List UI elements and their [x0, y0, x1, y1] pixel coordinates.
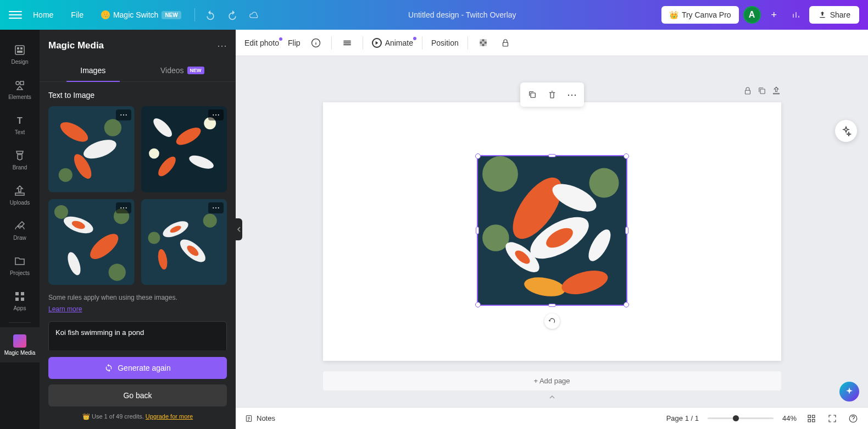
svg-point-24 [149, 148, 159, 159]
notes-button[interactable]: Notes [244, 414, 275, 423]
upgrade-link[interactable]: Upgrade for more [146, 413, 193, 420]
edit-photo-button[interactable]: Edit photo [244, 38, 279, 47]
position-button[interactable]: Position [431, 38, 459, 47]
svg-rect-58 [760, 89, 765, 94]
page-lock-icon[interactable] [743, 86, 753, 96]
svg-rect-57 [745, 90, 750, 94]
assistant-fab[interactable] [839, 382, 859, 402]
duplicate-icon[interactable] [524, 86, 541, 103]
page-export-icon[interactable] [771, 86, 781, 96]
svg-marker-45 [375, 41, 378, 44]
fullscreen-icon[interactable] [826, 413, 838, 425]
magic-edit-fab[interactable] [835, 120, 857, 142]
nav-design[interactable]: Design [0, 36, 40, 72]
page-duplicate-icon[interactable] [757, 86, 767, 96]
svg-rect-46 [480, 39, 482, 41]
add-member-icon[interactable]: + [765, 6, 783, 24]
resize-handle-bl[interactable] [475, 302, 481, 307]
tab-videos[interactable]: Videos NEW [138, 59, 227, 81]
transparency-icon[interactable] [477, 36, 490, 50]
svg-point-16 [104, 119, 121, 136]
add-page-button[interactable]: + Add page [323, 371, 781, 391]
delete-icon[interactable] [543, 86, 561, 103]
svg-rect-0 [15, 46, 24, 54]
home-button[interactable]: Home [26, 6, 60, 24]
zoom-percent[interactable]: 44% [782, 414, 797, 422]
rules-text: Some rules apply when using these images… [48, 294, 227, 301]
line-style-icon[interactable] [341, 36, 354, 50]
svg-rect-44 [343, 44, 350, 45]
animate-button[interactable]: Animate [372, 38, 413, 48]
help-icon[interactable] [847, 413, 859, 425]
nav-draw[interactable]: Draw [0, 212, 40, 248]
nav-magic-media[interactable]: Magic Media [0, 327, 40, 362]
bottom-bar: Notes Page 1 / 1 44% [236, 407, 868, 429]
panel-more-icon[interactable]: ⋯ [217, 40, 227, 52]
svg-point-39 [203, 213, 216, 227]
selected-image[interactable] [477, 155, 627, 306]
go-back-button[interactable]: Go back [48, 384, 227, 406]
grid-view-icon[interactable] [805, 413, 817, 425]
image-options-icon[interactable]: ⋯ [116, 202, 131, 213]
resize-edge-right[interactable] [625, 227, 628, 234]
lock-icon[interactable] [499, 36, 512, 50]
image-options-icon[interactable]: ⋯ [116, 109, 131, 120]
learn-more-link[interactable]: Learn more [48, 305, 82, 313]
try-pro-button[interactable]: 👑 Try Canva Pro [661, 6, 739, 24]
crown-icon: 👑 [82, 413, 90, 420]
svg-point-31 [54, 205, 68, 218]
nav-brand[interactable]: Brand [0, 142, 40, 177]
svg-text:T: T [17, 116, 23, 125]
svg-point-61 [589, 168, 619, 198]
undo-icon[interactable] [202, 6, 219, 24]
new-badge: NEW [187, 67, 204, 74]
svg-rect-48 [484, 39, 486, 41]
image-options-icon[interactable]: ⋯ [208, 202, 224, 213]
credits-text: 👑 Use 1 of 49 credits. Upgrade for more [48, 413, 227, 420]
crown-icon: 👑 [101, 10, 110, 19]
user-avatar[interactable]: A [743, 6, 761, 24]
insights-icon[interactable] [787, 6, 805, 24]
nav-elements[interactable]: Elements [0, 72, 40, 107]
redo-icon[interactable] [224, 6, 241, 24]
svg-rect-49 [480, 41, 482, 43]
generate-again-button[interactable]: Generate again [48, 357, 227, 379]
nav-apps[interactable]: Apps [0, 283, 40, 318]
share-button[interactable]: Share [809, 6, 859, 24]
nav-uploads[interactable]: Uploads [0, 177, 40, 212]
nav-projects[interactable]: Projects [0, 248, 40, 283]
page-chevron-up-icon[interactable] [548, 393, 557, 404]
canvas-container[interactable]: ⋯ [236, 56, 868, 407]
svg-rect-51 [484, 41, 486, 43]
canvas-page[interactable]: + Add page [323, 102, 781, 361]
magic-switch-button[interactable]: 👑 Magic Switch NEW [94, 7, 188, 23]
svg-rect-74 [813, 415, 815, 418]
menu-hamburger-icon[interactable] [9, 8, 22, 21]
generated-image-4[interactable]: ⋯ [141, 199, 227, 285]
generated-image-2[interactable]: ⋯ [141, 106, 227, 193]
generated-image-1[interactable]: ⋯ [48, 106, 135, 193]
cloud-sync-icon[interactable] [246, 6, 263, 24]
resize-edge-bottom[interactable] [548, 304, 556, 307]
resize-handle-br[interactable] [624, 302, 629, 307]
more-options-icon[interactable]: ⋯ [563, 86, 581, 103]
resize-handle-tl[interactable] [475, 153, 481, 159]
page-indicator[interactable]: Page 1 / 1 [666, 414, 699, 422]
info-icon[interactable] [309, 36, 322, 50]
flip-button[interactable]: Flip [288, 38, 301, 47]
zoom-thumb[interactable] [733, 415, 739, 421]
prompt-input[interactable] [48, 321, 227, 350]
resize-handle-tr[interactable] [624, 153, 629, 159]
tab-images[interactable]: Images [48, 59, 138, 81]
design-title[interactable]: Untitled design - Twitch Overlay [408, 10, 516, 19]
generated-image-3[interactable]: ⋯ [48, 199, 135, 285]
file-button[interactable]: File [64, 6, 90, 24]
zoom-slider[interactable] [708, 417, 774, 419]
resize-edge-top[interactable] [548, 154, 556, 157]
rotate-handle[interactable] [544, 314, 560, 329]
svg-point-40 [148, 232, 160, 244]
image-options-icon[interactable]: ⋯ [208, 109, 224, 120]
resize-edge-left[interactable] [476, 227, 479, 234]
svg-point-17 [59, 168, 73, 182]
nav-text[interactable]: T Text [0, 107, 40, 142]
